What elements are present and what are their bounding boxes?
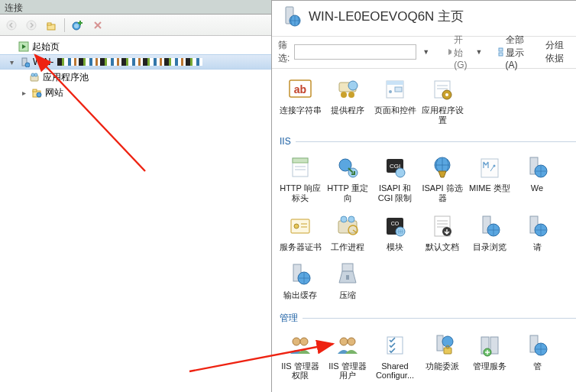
start-page-icon <box>18 40 30 53</box>
feature-label: We <box>531 183 543 193</box>
expand-icon[interactable]: ▸ <box>19 88 28 97</box>
group-management: 管理 <box>277 304 576 326</box>
feature-item[interactable]: 输出缓存 <box>277 255 324 304</box>
connections-toolbar <box>0 15 271 36</box>
feature-item[interactable]: 功能委派 <box>419 326 466 384</box>
tree-app-pools[interactable]: 应用程序池 <box>0 70 271 85</box>
toolbar-separator <box>64 18 65 32</box>
feature-item[interactable]: 压缩 <box>324 255 371 304</box>
feature-label: 功能委派 <box>426 361 459 371</box>
feature-label: 服务器证书 <box>280 242 322 252</box>
feature-item[interactable]: CGIISAPI 和 CGI 限制 <box>371 148 419 206</box>
feature-item[interactable]: HTTP 重定向 <box>324 148 371 206</box>
feature-icon <box>476 154 503 181</box>
tree-label: 应用程序池 <box>43 71 89 84</box>
svg-rect-76 <box>342 264 353 271</box>
feature-item[interactable]: ab连接字符串 <box>277 70 324 128</box>
feature-icon: CGI <box>381 154 409 181</box>
connections-pane: 连接 起始页 <box>0 0 272 392</box>
feature-label: IIS 管理器用户 <box>325 361 370 381</box>
svg-rect-17 <box>33 89 37 92</box>
server-icon <box>18 56 31 68</box>
svg-rect-33 <box>395 87 402 92</box>
group-by-button[interactable]: 分组依据 <box>540 44 570 60</box>
feature-label: 请 <box>533 242 542 252</box>
svg-point-51 <box>493 165 496 167</box>
feature-icon <box>334 76 361 103</box>
chevron-down-icon: ▼ <box>476 48 483 56</box>
svg-point-79 <box>300 338 308 345</box>
svg-point-48 <box>396 168 405 177</box>
tree-sites[interactable]: ▸ 网站 <box>0 85 271 100</box>
feature-label: IIS 管理器权限 <box>278 361 322 381</box>
feature-icon <box>429 212 456 240</box>
tree-start-page[interactable]: 起始页 <box>0 39 271 54</box>
feature-label: 连接字符串 <box>280 105 322 115</box>
svg-point-55 <box>294 224 299 228</box>
add-connection-button[interactable] <box>70 17 86 34</box>
svg-point-18 <box>37 92 41 97</box>
svg-rect-23 <box>499 53 503 56</box>
feature-label: HTTP 响应标头 <box>278 183 322 202</box>
svg-rect-77 <box>346 275 349 280</box>
svg-point-15 <box>34 73 37 76</box>
feature-label: 应用程序设置 <box>420 105 464 125</box>
feature-item[interactable]: ISAPI 筛选器 <box>419 148 466 206</box>
feature-label: 输出缓存 <box>283 290 317 300</box>
svg-point-30 <box>348 81 358 90</box>
tree-label: WIN- <box>33 57 53 67</box>
feature-item[interactable]: 工作进程 <box>324 207 371 256</box>
feature-item[interactable]: 默认文档 <box>419 207 466 256</box>
feature-item[interactable]: HTTP 响应标头 <box>277 148 324 206</box>
go-button[interactable]: 开始(G) ▼ <box>440 44 487 60</box>
up-button[interactable] <box>43 17 60 34</box>
svg-point-29 <box>348 92 354 98</box>
svg-point-81 <box>348 338 355 345</box>
feature-label: 页面和控件 <box>374 105 416 115</box>
connections-tree[interactable]: 起始页 ▾ WIN- 应用程序池 ▸ <box>0 36 271 392</box>
feature-item[interactable]: IIS 管理器权限 <box>277 326 324 384</box>
feature-label: 模块 <box>387 242 403 252</box>
go-label: 开始(G) <box>454 34 471 70</box>
app-pools-icon <box>28 71 40 83</box>
svg-point-14 <box>31 73 34 76</box>
svg-rect-3 <box>47 23 51 25</box>
feature-item[interactable]: 管理服务 <box>466 326 513 384</box>
feature-item[interactable]: 服务器证书 <box>277 207 324 256</box>
feature-item[interactable]: 页面和控件 <box>371 70 419 128</box>
feature-icon: CO <box>381 212 409 240</box>
feature-icon <box>334 154 361 181</box>
feature-icon <box>334 212 361 240</box>
feature-icon <box>476 212 503 240</box>
feature-icon <box>523 332 551 359</box>
filter-input[interactable] <box>294 44 416 60</box>
svg-rect-21 <box>499 48 503 51</box>
feature-item[interactable]: We <box>513 148 561 206</box>
feature-icon <box>429 154 456 181</box>
feature-item[interactable]: CO模块 <box>371 207 419 256</box>
feature-item[interactable]: 管 <box>513 326 561 384</box>
filter-bar: 筛选: ▼ 开始(G) ▼ 全部显示(A) 分组依据 <box>272 37 576 69</box>
feature-item[interactable]: 应用程序设置 <box>419 70 466 128</box>
forward-button <box>23 17 40 34</box>
feature-item[interactable]: 请 <box>513 207 561 256</box>
show-all-button[interactable]: 全部显示(A) <box>493 44 536 60</box>
feature-label: Shared Configur... <box>373 361 417 381</box>
chevron-down-icon[interactable]: ▼ <box>422 48 429 56</box>
tree-server-node[interactable]: ▾ WIN- <box>0 54 271 70</box>
svg-point-34 <box>389 90 392 93</box>
feature-label: 管理服务 <box>473 361 506 371</box>
feature-icon <box>286 154 314 181</box>
feature-item[interactable]: Shared Configur... <box>371 326 419 384</box>
svg-point-0 <box>7 21 16 30</box>
back-button <box>3 17 20 34</box>
feature-item[interactable]: 提供程序 <box>324 70 371 128</box>
collapse-icon[interactable]: ▾ <box>7 57 16 66</box>
svg-point-59 <box>341 216 347 222</box>
feature-item[interactable]: 目录浏览 <box>466 207 513 256</box>
feature-item[interactable]: MIME 类型 <box>466 148 513 206</box>
feature-icon: ab <box>286 76 314 103</box>
svg-point-39 <box>445 93 448 96</box>
feature-icon <box>523 154 551 181</box>
feature-item[interactable]: IIS 管理器用户 <box>324 326 371 384</box>
